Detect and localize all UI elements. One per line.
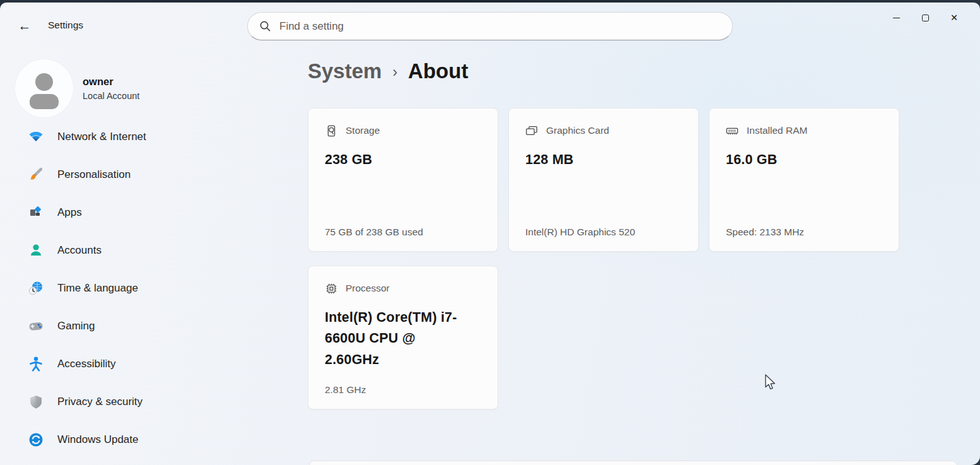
processor-detail: 2.81 GHz (325, 384, 366, 396)
accessibility-person-icon (28, 356, 44, 372)
sidebar-item-personalisation[interactable]: Personalisation (8, 160, 219, 190)
sidebar-item-gaming[interactable]: Gaming (8, 311, 219, 341)
apps-blocks-icon (28, 204, 44, 221)
card-label: Storage (346, 125, 380, 136)
page-title: About (408, 59, 468, 83)
sidebar-nav: Network & Internet Personalisation (0, 132, 227, 465)
storage-detail: 75 GB of 238 GB used (325, 227, 423, 238)
partial-card[interactable] (309, 461, 957, 465)
globe-clock-icon (28, 280, 44, 297)
sidebar-item-label: Privacy & security (57, 396, 143, 408)
ram-stick-icon (726, 124, 738, 137)
processor-value: Intel(R) Core(TM) i7-6600U CPU @ 2.60GHz (325, 307, 471, 370)
person-silhouette-icon (35, 73, 53, 91)
sidebar-item-label: Apps (57, 206, 82, 219)
sidebar-item-time-language[interactable]: Time & language (8, 273, 219, 303)
installed-ram-card: Installed RAM 16.0 GB Speed: 2133 MHz (709, 108, 899, 252)
wifi-icon (28, 132, 44, 145)
sidebar-item-accessibility[interactable]: Accessibility (8, 349, 219, 379)
ram-value: 16.0 GB (726, 150, 872, 170)
maximize-button[interactable] (911, 8, 940, 28)
app-title: Settings (48, 20, 83, 31)
sidebar-item-accounts[interactable]: Accounts (8, 235, 219, 266)
paintbrush-icon (28, 167, 44, 183)
refresh-icon (28, 432, 44, 448)
desktop-background: ← Settings ✕ owner Local Account (0, 0, 980, 465)
sidebar-item-label: Accounts (57, 244, 102, 257)
person-icon (28, 242, 44, 259)
display-layers-icon (525, 124, 538, 137)
sidebar-item-label: Network & Internet (57, 132, 146, 143)
avatar (15, 59, 73, 117)
graphics-value: 128 MB (525, 150, 672, 170)
sidebar-item-label: Time & language (57, 282, 138, 295)
storage-value: 238 GB (325, 150, 471, 170)
card-label: Installed RAM (747, 125, 807, 136)
sidebar-item-apps[interactable]: Apps (8, 197, 219, 228)
card-label: Processor (346, 283, 390, 294)
card-label: Graphics Card (546, 125, 609, 136)
search-input[interactable] (279, 20, 721, 33)
shield-icon (28, 394, 44, 410)
breadcrumb-system[interactable]: System (308, 59, 382, 83)
hard-drive-icon (325, 124, 337, 137)
account-header[interactable]: owner Local Account (15, 59, 139, 117)
account-name: owner (83, 76, 139, 88)
sidebar-item-label: Windows Update (57, 433, 139, 446)
processor-card: Processor Intel(R) Core(TM) i7-6600U CPU… (308, 266, 498, 409)
sidebar-item-windows-update[interactable]: Windows Update (8, 425, 219, 455)
gamepad-icon (28, 318, 44, 334)
mouse-cursor (764, 374, 781, 392)
search-box[interactable] (247, 12, 733, 40)
sidebar-item-label: Gaming (57, 320, 95, 333)
graphics-card: Graphics Card 128 MB Intel(R) HD Graphic… (508, 108, 699, 252)
close-button[interactable]: ✕ (940, 8, 969, 28)
spec-cards: Storage 238 GB 75 GB of 238 GB used G (308, 108, 909, 409)
graphics-detail: Intel(R) HD Graphics 520 (525, 227, 635, 238)
sidebar-item-label: Accessibility (57, 358, 116, 370)
breadcrumb: System › About (308, 59, 468, 83)
back-button[interactable]: ← (14, 16, 35, 35)
settings-window: ← Settings ✕ owner Local Account (0, 3, 980, 465)
minimize-icon (893, 18, 900, 18)
maximize-icon (922, 15, 929, 21)
sidebar-item-privacy-security[interactable]: Privacy & security (8, 387, 219, 417)
sidebar-item-label: Personalisation (57, 168, 131, 181)
sidebar-item-network-internet[interactable]: Network & Internet (8, 132, 219, 152)
chevron-right-icon: › (392, 62, 397, 81)
account-type: Local Account (83, 91, 139, 101)
close-icon: ✕ (950, 13, 958, 23)
ram-detail: Speed: 2133 MHz (726, 227, 804, 238)
magnifier-icon (259, 20, 271, 32)
cpu-chip-icon (325, 282, 337, 295)
minimize-button[interactable] (882, 8, 911, 28)
storage-card: Storage 238 GB 75 GB of 238 GB used (308, 108, 498, 252)
